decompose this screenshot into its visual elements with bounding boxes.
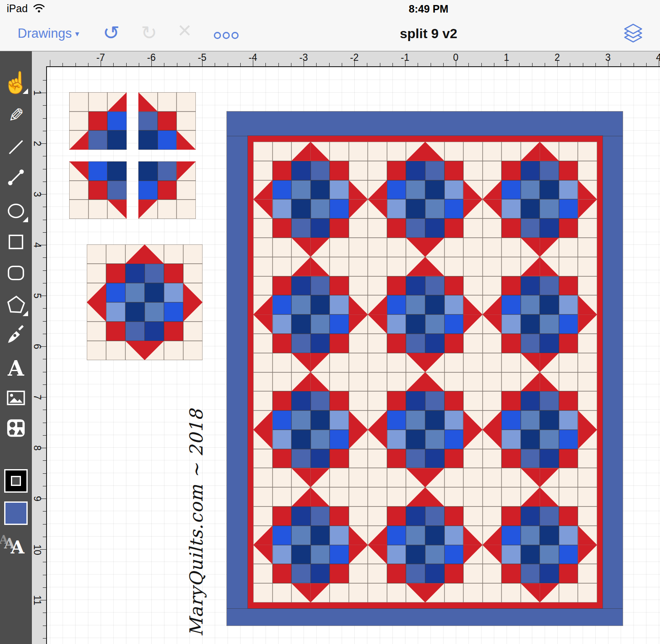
layers-button[interactable] [622,23,644,46]
patch-cell [311,353,330,372]
documents-menu-button[interactable]: Drawings▾ [18,26,79,41]
ruler-tick [164,63,164,66]
patch-cell [291,295,311,314]
ruler-tick [621,63,621,66]
border-seam [227,608,623,609]
fill-color-swatch[interactable] [0,500,32,527]
patch-cell [164,322,183,341]
patch-cell [521,257,540,276]
tool-image[interactable] [0,384,32,411]
patch-cell [311,410,330,430]
tool-connector[interactable] [0,164,32,191]
split-block-quadrant-tl[interactable] [69,92,127,150]
ruler-tick [43,207,46,207]
tool-line[interactable] [0,134,32,161]
patch-cell [387,199,406,218]
ruler-tick [43,587,46,588]
patch-cell [291,545,311,564]
patch-cell [88,181,108,200]
half-square-triangle [253,526,273,545]
half-square-triangle [406,583,425,602]
ruler-tick [43,359,46,359]
patch-cell [521,180,540,200]
half-square-triangle [311,257,330,276]
patch-cell [349,180,368,200]
patch-cell [559,583,578,602]
patch-cell [273,142,292,161]
patch-cell [483,161,502,180]
assembled-block-object[interactable] [87,244,203,360]
patch-cell [444,276,464,296]
split-block-quadrant-tr[interactable] [138,92,196,150]
ruler-tick [43,575,46,575]
patch-cell [368,487,387,506]
half-square-triangle [483,410,502,430]
half-square-triangle [177,130,196,150]
tool-ellipse[interactable] [0,197,32,224]
dot-icon [214,32,221,39]
half-square-triangle [291,583,311,602]
half-square-triangle [349,180,368,200]
tool-pencil[interactable]: ✎ [0,102,32,129]
patch-cell [444,238,464,257]
tool-rectangle[interactable] [0,229,32,255]
patch-cell [444,142,464,161]
polygon-icon [5,294,26,315]
patch-cell [559,564,578,583]
delete-button[interactable]: × [178,19,192,41]
patch-cell [559,199,578,218]
patch-cell [253,218,273,238]
patch-cell [125,244,145,264]
half-square-triangle [107,92,127,112]
patch-cell [183,283,203,302]
ruler-label: 6 [32,342,43,352]
patch-cell [330,545,349,564]
patch-cell [406,545,425,564]
split-block-object[interactable] [69,92,196,219]
split-block-quadrant-bl[interactable] [69,161,127,219]
patch-cell [501,430,521,449]
patch-cell [387,353,406,372]
half-square-triangle [406,238,425,257]
patch-cell [406,276,425,296]
half-square-triangle [578,526,597,545]
patch-cell [540,161,559,180]
tool-polygon[interactable] [0,291,32,318]
patch-cell [368,372,387,392]
patch-cell [291,161,311,180]
ruler-tick [75,63,76,66]
patch-cell [444,353,464,372]
ruler-tick [43,562,46,562]
stroke-color-swatch[interactable] [0,467,32,494]
patch-cell [253,353,273,372]
watermark-text[interactable]: MaryQuilts.com ~ 2018 [181,410,211,636]
tool-shape-library[interactable] [0,415,32,441]
patch-cell [501,391,521,410]
tool-rounded-rectangle[interactable] [0,260,32,286]
patch-cell [483,564,502,583]
patch-cell [463,430,483,449]
patch-cell [540,526,559,545]
redo-button[interactable]: ↻ [141,22,157,44]
half-square-triangle [540,372,559,392]
patch-cell [521,545,540,564]
split-block-quadrant-br[interactable] [138,161,196,219]
drawing-canvas[interactable]: MaryQuilts.com ~ 2018 [46,66,660,644]
quilt-object[interactable] [227,112,623,626]
tool-text[interactable]: A [0,355,32,382]
patch-cell [425,257,444,276]
tool-hand[interactable]: ☝ [0,69,32,96]
patch-cell [540,372,559,392]
stroke-color-icon [4,469,28,493]
tool-pen[interactable] [0,322,32,348]
half-square-triangle [483,430,502,449]
more-options-button[interactable] [214,32,240,41]
patch-cell [387,180,406,200]
text-style-button[interactable]: AAA [0,532,32,558]
patch-cell [387,218,406,238]
patch-cell [540,430,559,449]
half-square-triangle [578,314,597,334]
patch-cell [425,295,444,314]
half-square-triangle [311,238,330,257]
undo-button[interactable]: ↺ [103,22,120,44]
